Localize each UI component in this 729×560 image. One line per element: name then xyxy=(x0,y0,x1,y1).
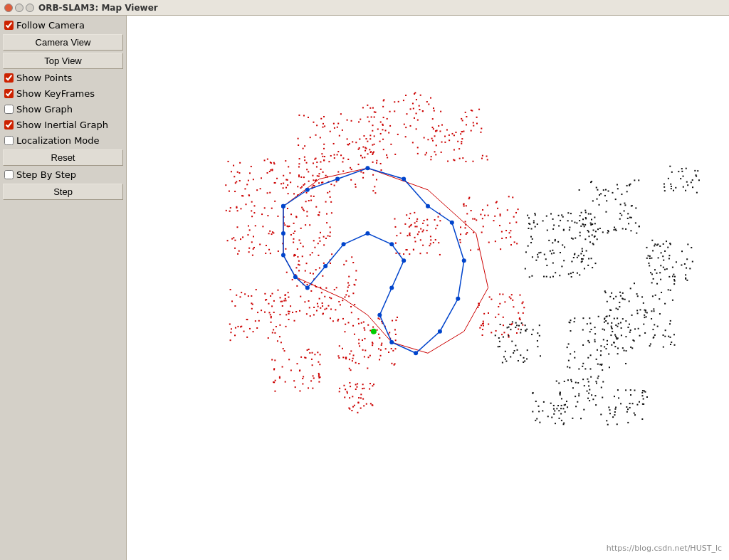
sidebar: Follow Camera Camera View Top View Show … xyxy=(0,16,127,560)
show-graph-row: Show Graph xyxy=(3,102,123,116)
show-graph-checkbox[interactable] xyxy=(4,105,14,114)
close-button[interactable] xyxy=(4,4,13,12)
follow-camera-label[interactable]: Follow Camera xyxy=(16,20,85,31)
map-canvas[interactable] xyxy=(127,16,729,560)
top-view-button[interactable]: Top View xyxy=(3,53,123,69)
localization-mode-row: Localization Mode xyxy=(3,134,123,147)
main-layout: Follow Camera Camera View Top View Show … xyxy=(0,16,729,560)
follow-camera-row: Follow Camera xyxy=(3,19,123,32)
window-controls xyxy=(4,4,34,12)
show-inertial-graph-checkbox[interactable] xyxy=(4,120,14,130)
reset-button[interactable]: Reset xyxy=(3,149,123,166)
window-title: ORB-SLAM3: Map Viewer xyxy=(38,3,158,13)
show-points-checkbox[interactable] xyxy=(4,73,14,83)
show-graph-label[interactable]: Show Graph xyxy=(16,104,73,115)
show-inertial-graph-label[interactable]: Show Inertial Graph xyxy=(16,120,108,130)
minimize-button[interactable] xyxy=(15,4,23,12)
map-area[interactable]: https://blog.csdn.net/HUST_lc xyxy=(127,16,729,560)
step-by-step-label[interactable]: Step By Step xyxy=(16,169,76,180)
show-keyframes-row: Show KeyFrames xyxy=(3,87,123,100)
localization-mode-checkbox[interactable] xyxy=(4,136,14,145)
title-bar: ORB-SLAM3: Map Viewer xyxy=(0,0,729,16)
step-by-step-row: Step By Step xyxy=(3,168,123,181)
show-keyframes-checkbox[interactable] xyxy=(4,89,14,98)
follow-camera-checkbox[interactable] xyxy=(4,21,14,30)
show-keyframes-label[interactable]: Show KeyFrames xyxy=(16,88,95,99)
localization-mode-label[interactable]: Localization Mode xyxy=(16,135,100,146)
step-button[interactable]: Step xyxy=(3,184,123,200)
step-by-step-checkbox[interactable] xyxy=(4,170,14,179)
camera-view-button[interactable]: Camera View xyxy=(3,34,123,51)
show-points-label[interactable]: Show Points xyxy=(16,73,72,83)
show-points-row: Show Points xyxy=(3,71,123,85)
show-inertial-graph-row: Show Inertial Graph xyxy=(3,118,123,132)
maximize-button[interactable] xyxy=(26,4,34,12)
